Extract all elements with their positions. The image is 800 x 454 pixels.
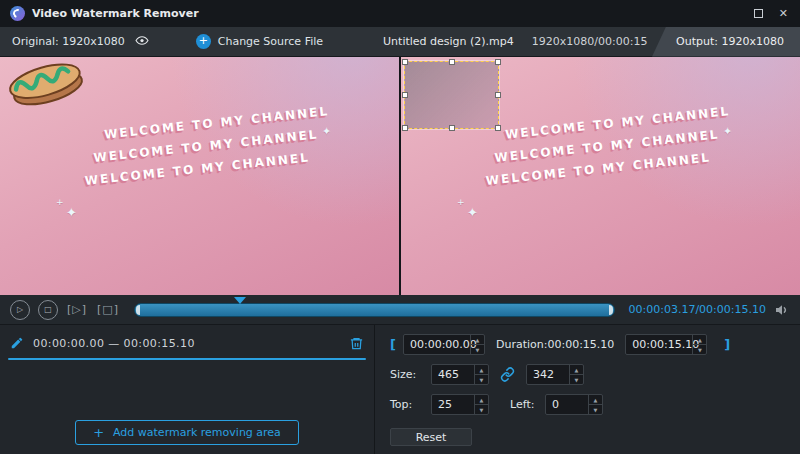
top-label: Top:: [390, 398, 424, 411]
trim-start-bracket: [: [390, 337, 396, 352]
left-field[interactable]: 0 ▲ ▼: [545, 394, 603, 415]
stop-button[interactable]: □: [38, 300, 58, 320]
stepper-down-icon[interactable]: ▼: [693, 345, 706, 354]
size-label: Size:: [390, 368, 424, 381]
duration-label: Duration:00:00:15.10: [496, 338, 614, 351]
width-value: 465: [432, 365, 474, 384]
window-controls: ✕: [754, 8, 790, 19]
edit-pen-icon[interactable]: [10, 336, 24, 350]
watermark-area-item[interactable]: 00:00:00.00 — 00:00:15.10: [8, 331, 366, 355]
sparkle-decoration: ✦: [723, 125, 732, 138]
watermark-selection-box[interactable]: [404, 61, 499, 129]
video-text-overlay: WELCOME TO MY CHANNEL WELCOME TO MY CHAN…: [79, 100, 334, 192]
stepper-down-icon[interactable]: ▼: [475, 405, 488, 414]
time-display: 00:00:03.17/00:00:15.10: [629, 303, 767, 316]
height-field[interactable]: 342 ▲ ▼: [526, 364, 584, 385]
sparkle-decoration: ✦: [467, 205, 478, 220]
toolbar: Original: 1920x1080 + Change Source File…: [0, 27, 800, 57]
sparkle-decoration: ✦: [66, 205, 77, 220]
position-row: Top: 25 ▲ ▼ Left: 0 ▲ ▼: [390, 394, 788, 415]
add-watermark-area-label: Add watermark removing area: [113, 426, 281, 439]
stepper-up-icon[interactable]: ▲: [475, 365, 488, 375]
output-video-preview[interactable]: WELCOME TO MY CHANNEL WELCOME TO MY CHAN…: [400, 57, 800, 295]
sparkle-decoration: +: [457, 197, 465, 207]
transport-bar: ▷ □ [▷] [□] 00:00:03.17/00:00:15.10: [0, 295, 800, 325]
delete-trash-icon[interactable]: [349, 336, 364, 351]
end-time-field[interactable]: 00:00:15.10 ▲ ▼: [625, 334, 707, 355]
eclair-illustration: [0, 57, 91, 121]
file-meta: 1920x1080/00:00:15: [532, 35, 648, 48]
plus-circle-icon: +: [196, 34, 211, 49]
watermark-area-list: 00:00:00.00 — 00:00:15.10 + Add watermar…: [0, 325, 375, 454]
stepper-down-icon[interactable]: ▼: [589, 405, 602, 414]
video-text-overlay: WELCOME TO MY CHANNEL WELCOME TO MY CHAN…: [480, 100, 735, 192]
watermark-properties-panel: [ 00:00:00.00 ▲ ▼ Duration:00:00:15.10 0…: [375, 325, 800, 454]
selected-item-underline: [8, 358, 366, 360]
output-resolution-tab: Output: 1920x1080: [652, 27, 800, 57]
sparkle-decoration: ✦: [322, 125, 331, 138]
add-watermark-area-button[interactable]: + Add watermark removing area: [75, 420, 299, 445]
sparkle-decoration: +: [56, 197, 64, 207]
width-stepper: ▲ ▼: [474, 365, 488, 384]
width-field[interactable]: 465 ▲ ▼: [431, 364, 489, 385]
stepper-up-icon[interactable]: ▲: [589, 395, 602, 405]
preview-area: WELCOME TO MY CHANNEL WELCOME TO MY CHAN…: [0, 57, 800, 295]
change-source-file-label: Change Source File: [218, 35, 323, 48]
stepper-up-icon[interactable]: ▲: [475, 395, 488, 405]
file-name: Untitled design (2).mp4: [383, 35, 514, 48]
height-stepper: ▲ ▼: [569, 365, 583, 384]
top-value: 25: [432, 395, 474, 414]
left-label: Left:: [510, 398, 538, 411]
height-value: 342: [527, 365, 569, 384]
top-stepper: ▲ ▼: [474, 395, 488, 414]
stepper-up-icon[interactable]: ▲: [570, 365, 583, 375]
bottom-panels: 00:00:00.00 — 00:00:15.10 + Add watermar…: [0, 325, 800, 454]
window-title: Video Watermark Remover: [32, 7, 199, 20]
selection-handle[interactable]: [402, 92, 408, 98]
titlebar: Video Watermark Remover ✕: [0, 0, 800, 27]
trim-end-bracket: ]: [724, 337, 730, 352]
stepper-up-icon[interactable]: ▲: [471, 335, 484, 345]
selection-handle[interactable]: [495, 92, 501, 98]
start-time-field[interactable]: 00:00:00.00 ▲ ▼: [403, 334, 485, 355]
original-video-preview[interactable]: WELCOME TO MY CHANNEL WELCOME TO MY CHAN…: [0, 57, 400, 295]
end-time-value: 00:00:15.10: [626, 335, 692, 354]
selection-handle[interactable]: [402, 59, 408, 65]
maximize-icon[interactable]: [754, 9, 763, 18]
app-window: Video Watermark Remover ✕ Original: 1920…: [0, 0, 800, 454]
close-icon[interactable]: ✕: [779, 8, 788, 19]
stepper-down-icon[interactable]: ▼: [570, 375, 583, 384]
watermark-time-range: 00:00:00.00 — 00:00:15.10: [33, 337, 195, 350]
app-logo-icon: [10, 6, 25, 21]
selection-handle[interactable]: [449, 125, 455, 131]
aspect-link-icon[interactable]: [500, 367, 515, 382]
selection-handle[interactable]: [402, 125, 408, 131]
top-field[interactable]: 25 ▲ ▼: [431, 394, 489, 415]
timeline: [134, 303, 614, 317]
playhead-marker[interactable]: [234, 297, 246, 310]
stepper-up-icon[interactable]: ▲: [693, 335, 706, 345]
selection-handle[interactable]: [495, 125, 501, 131]
original-info: Original: 1920x1080: [0, 34, 162, 50]
time-range-row: [ 00:00:00.00 ▲ ▼ Duration:00:00:15.10 0…: [390, 334, 788, 355]
plus-icon: +: [93, 426, 104, 439]
frame-play-button[interactable]: [▷]: [66, 300, 88, 320]
size-row: Size: 465 ▲ ▼ 342 ▲ ▼: [390, 364, 788, 385]
play-button[interactable]: ▷: [10, 300, 30, 320]
frame-stop-button[interactable]: [□]: [96, 300, 120, 320]
reset-button[interactable]: Reset: [390, 428, 472, 446]
start-time-value: 00:00:00.00: [404, 335, 470, 354]
volume-icon[interactable]: [774, 302, 790, 318]
selection-handle[interactable]: [449, 59, 455, 65]
change-source-file-button[interactable]: + Change Source File: [196, 34, 323, 49]
preview-eye-icon[interactable]: [134, 34, 150, 50]
left-stepper: ▲ ▼: [588, 395, 602, 414]
start-time-stepper: ▲ ▼: [470, 335, 484, 354]
selection-handle[interactable]: [495, 59, 501, 65]
stepper-down-icon[interactable]: ▼: [471, 345, 484, 354]
original-resolution-label: Original: 1920x1080: [12, 35, 125, 48]
timeline-track[interactable]: [134, 303, 614, 317]
stepper-down-icon[interactable]: ▼: [475, 375, 488, 384]
left-value: 0: [546, 395, 588, 414]
end-time-stepper: ▲ ▼: [692, 335, 706, 354]
